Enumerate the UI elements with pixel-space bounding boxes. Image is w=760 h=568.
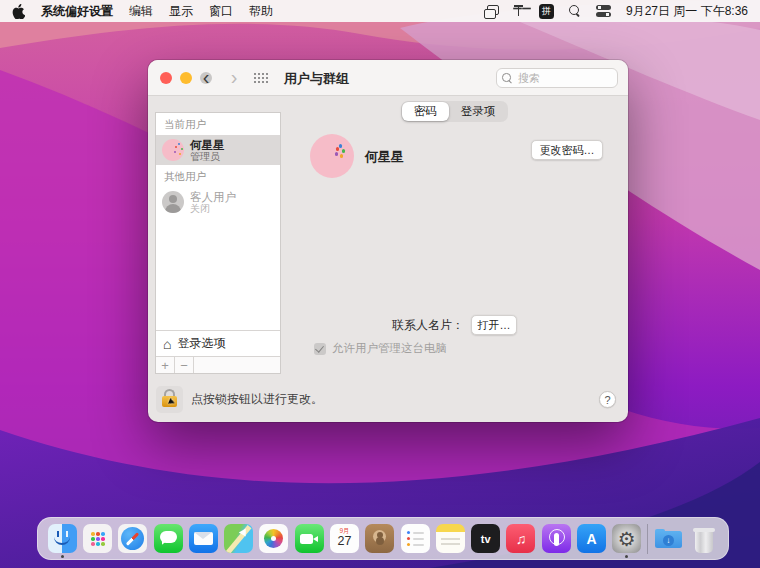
- safari-icon: [118, 524, 147, 553]
- current-user-name: 何星星: [190, 139, 225, 151]
- search-field[interactable]: [496, 68, 618, 88]
- apple-menu[interactable]: [12, 4, 25, 19]
- admin-checkbox-label: 允许用户管理这台电脑: [332, 341, 447, 356]
- desktop: 系统偏好设置 编辑 显示 窗口 帮助 拼 9月27日 周一 下午8:36 ‹ ›: [0, 0, 760, 568]
- guest-user-avatar-icon: [162, 191, 184, 213]
- antenna-icon[interactable]: [513, 5, 524, 17]
- sidebar-spacer: [156, 217, 280, 330]
- current-user-texts: 何星星 管理员: [190, 139, 225, 162]
- user-row-current[interactable]: 何星星 管理员: [156, 135, 280, 165]
- dock-trash-icon[interactable]: [689, 518, 719, 560]
- show-all-preferences-icon[interactable]: [254, 73, 256, 75]
- window-title: 用户与群组: [284, 70, 349, 88]
- add-user-button[interactable]: +: [156, 357, 175, 373]
- search-input[interactable]: [496, 68, 618, 88]
- lock-button[interactable]: [156, 386, 183, 413]
- dock-separator: [647, 524, 648, 554]
- user-row-guest[interactable]: 客人用户 关闭: [156, 187, 280, 217]
- password-pane: 何星星 更改密码… 联系人名片： 打开… 允许用户管理这台电脑: [281, 112, 628, 374]
- dock-facetime-icon[interactable]: [294, 518, 324, 560]
- user-list: 当前用户 何星星 管理员 其他用户 客人用户 关闭 ⌂ 登录选项: [155, 112, 281, 374]
- photos-icon: [259, 524, 288, 553]
- dock-messages-icon[interactable]: [153, 518, 183, 560]
- podcasts-icon: [542, 524, 571, 553]
- forward-button-disabled: ›: [224, 64, 244, 90]
- open-contact-card-button[interactable]: 打开…: [471, 315, 517, 335]
- current-user-avatar-icon: [162, 139, 184, 161]
- screen-mirroring-icon[interactable]: [484, 5, 498, 17]
- contact-card-label: 联系人名片：: [392, 317, 464, 334]
- finder-icon: [48, 524, 77, 553]
- login-options-row[interactable]: ⌂ 登录选项: [156, 330, 280, 356]
- minimize-button[interactable]: [180, 72, 192, 84]
- current-user-role: 管理员: [190, 151, 225, 162]
- window-footer: 点按锁按钮以进行更改。 ?: [156, 386, 616, 413]
- dock-mail-icon[interactable]: [188, 518, 218, 560]
- menu-bar-right: 拼 9月27日 周一 下午8:36: [484, 3, 748, 20]
- menu-clock[interactable]: 9月27日 周一 下午8:36: [626, 3, 748, 20]
- dock-photos-icon[interactable]: [259, 518, 289, 560]
- menu-item-help[interactable]: 帮助: [249, 3, 273, 20]
- user-avatar-large[interactable]: [310, 134, 354, 178]
- dock-podcasts-icon[interactable]: [541, 518, 571, 560]
- dock-tv-icon[interactable]: tv: [471, 518, 501, 560]
- section-header-current-user: 当前用户: [156, 113, 280, 135]
- dock-contacts-icon[interactable]: [365, 518, 395, 560]
- dock-calendar-icon[interactable]: 9月 27: [330, 518, 360, 560]
- window-titlebar[interactable]: ‹ › 用户与群组: [148, 60, 628, 96]
- trash-body: [695, 530, 713, 553]
- admin-checkbox-row: 允许用户管理这台电脑: [314, 341, 447, 356]
- home-icon: ⌂: [163, 337, 171, 351]
- apple-tv-icon: tv: [471, 524, 500, 553]
- add-remove-bar: + −: [156, 356, 280, 373]
- admin-checkbox[interactable]: [314, 343, 326, 355]
- dock-appstore-icon[interactable]: A: [577, 518, 607, 560]
- section-header-other-users: 其他用户: [156, 165, 280, 187]
- dock-safari-icon[interactable]: [118, 518, 148, 560]
- launchpad-icon: [83, 524, 112, 553]
- close-button[interactable]: [160, 72, 172, 84]
- dock-finder-icon[interactable]: [47, 518, 77, 560]
- back-button[interactable]: ‹: [196, 64, 216, 90]
- mail-icon: [189, 524, 218, 553]
- menu-item-edit[interactable]: 编辑: [129, 3, 153, 20]
- change-password-button[interactable]: 更改密码…: [531, 140, 603, 160]
- facetime-icon: [295, 524, 324, 553]
- guest-user-status: 关闭: [190, 203, 236, 214]
- dock-music-icon[interactable]: [506, 518, 536, 560]
- menu-bar: 系统偏好设置 编辑 显示 窗口 帮助 拼 9月27日 周一 下午8:36: [0, 0, 760, 22]
- login-options-label: 登录选项: [177, 335, 225, 352]
- dock-reminders-icon[interactable]: [400, 518, 430, 560]
- tv-label: tv: [481, 533, 491, 545]
- guest-user-texts: 客人用户 关闭: [190, 191, 236, 214]
- guest-user-name: 客人用户: [190, 191, 236, 203]
- music-icon: [506, 524, 535, 553]
- downloads-folder-icon: ↓: [654, 524, 683, 553]
- reminders-icon: [401, 524, 430, 553]
- dock-system-preferences-icon[interactable]: [612, 518, 642, 560]
- contact-card-row: 联系人名片： 打开…: [281, 315, 628, 335]
- lock-hint-text: 点按锁按钮以进行更改。: [191, 391, 323, 408]
- contacts-icon: [365, 524, 394, 553]
- control-center-icon[interactable]: [596, 5, 611, 17]
- dock-maps-icon[interactable]: [224, 518, 254, 560]
- menu-bar-left: 系统偏好设置 编辑 显示 窗口 帮助: [12, 3, 273, 20]
- remove-user-button[interactable]: −: [175, 357, 194, 373]
- download-arrow-icon: ↓: [663, 535, 674, 546]
- apple-logo-icon: [12, 4, 25, 19]
- notes-icon: [436, 524, 465, 553]
- help-button[interactable]: ?: [599, 391, 616, 408]
- dock-launchpad-icon[interactable]: [83, 518, 113, 560]
- spotlight-icon[interactable]: [569, 5, 581, 17]
- menu-app-name[interactable]: 系统偏好设置: [41, 3, 113, 20]
- messages-icon: [154, 524, 183, 553]
- dock-downloads-icon[interactable]: ↓: [653, 518, 683, 560]
- dock-notes-icon[interactable]: [435, 518, 465, 560]
- dock: 9月 27 tv A ↓: [37, 517, 729, 560]
- search-icon: [502, 73, 512, 83]
- main-user-name: 何星星: [365, 148, 404, 166]
- system-preferences-icon: [612, 524, 641, 553]
- menu-item-view[interactable]: 显示: [169, 3, 193, 20]
- pinyin-input-icon[interactable]: 拼: [539, 4, 554, 19]
- menu-item-window[interactable]: 窗口: [209, 3, 233, 20]
